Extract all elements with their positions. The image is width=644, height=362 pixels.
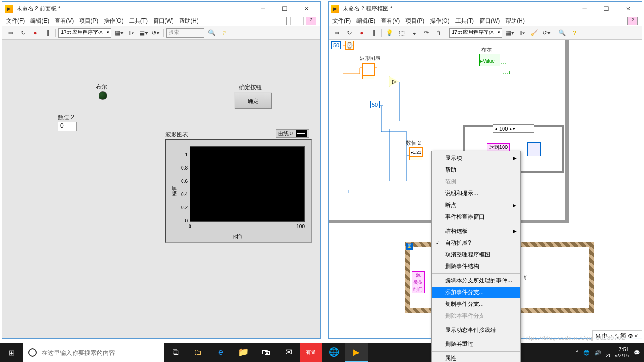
context-menu-item[interactable]: 添加事件分支... xyxy=(432,287,520,298)
chart-terminal[interactable] xyxy=(362,63,375,76)
fp-search[interactable]: 搜索 xyxy=(166,28,204,38)
abort-button[interactable]: ● xyxy=(357,28,366,38)
vi-icon[interactable]: 2 xyxy=(627,17,638,25)
bd-menubar[interactable]: 文件(F) 编辑(E) 查看(V) 项目(P) 操作(O) 工具(T) 窗口(W… xyxy=(329,16,642,26)
maximize-button[interactable]: ☐ xyxy=(274,2,296,16)
close-button[interactable]: ✕ xyxy=(617,2,639,16)
tray-up-icon[interactable]: ˄ xyxy=(576,350,578,356)
align-button[interactable]: ▦▾ xyxy=(505,28,514,38)
explorer-icon[interactable]: 🗂 xyxy=(187,343,209,362)
minimize-button[interactable]: ─ xyxy=(574,2,595,16)
menu-operate[interactable]: 操作(O) xyxy=(104,17,123,25)
labview-taskbar-icon[interactable]: ▶ xyxy=(345,343,368,362)
close-button[interactable]: ✕ xyxy=(296,2,317,16)
pause-button[interactable]: ‖ xyxy=(369,28,379,38)
value-property[interactable]: ▸Value xyxy=(479,58,495,64)
pause-button[interactable]: ‖ xyxy=(43,28,52,38)
context-menu[interactable]: 显示项▶帮助范例说明和提示...断点▶事件检查器窗口结构选板▶自动扩展?✓取消整… xyxy=(431,151,521,362)
event-data-node[interactable]: 源 类型 时间 xyxy=(412,272,425,293)
bool-led[interactable] xyxy=(99,91,107,100)
notifications-icon[interactable]: 💬 xyxy=(634,350,640,356)
menu-window[interactable]: 窗口(W) xyxy=(153,17,173,25)
menu-file[interactable]: 文件(F) xyxy=(332,17,351,25)
font-selector[interactable]: 17pt 应用程序字体 xyxy=(58,28,111,38)
step-into-icon[interactable]: ↳ xyxy=(409,28,419,38)
run-button[interactable]: ⇨ xyxy=(6,28,16,38)
start-button[interactable]: ⊞ xyxy=(0,343,23,362)
tray-date[interactable]: 2019/2/16 xyxy=(606,353,629,359)
resize-button[interactable]: ⬓▾ xyxy=(139,28,148,38)
context-menu-item[interactable]: 帮助 xyxy=(432,164,520,176)
tray-time[interactable]: 7:51 xyxy=(606,346,629,353)
align-button[interactable]: ▦▾ xyxy=(114,28,124,38)
youdao-icon[interactable]: 有道 xyxy=(300,343,322,362)
minimize-button[interactable]: ─ xyxy=(252,2,274,16)
context-menu-item[interactable]: 删除事件结构 xyxy=(432,261,520,272)
help-icon[interactable]: ? xyxy=(570,28,579,38)
mail-icon[interactable]: ✉ xyxy=(277,343,300,362)
menu-tools[interactable]: 工具(T) xyxy=(129,17,148,25)
context-menu-item[interactable]: 自动扩展?✓ xyxy=(432,237,520,249)
menu-window[interactable]: 窗口(W) xyxy=(479,17,500,25)
tray-volume-icon[interactable]: 🔊 xyxy=(594,350,601,356)
font-selector[interactable]: 17pt 应用程序字体 xyxy=(449,28,502,38)
menu-view[interactable]: 查看(V) xyxy=(381,17,400,25)
menu-tools[interactable]: 工具(T) xyxy=(455,17,474,25)
menu-edit[interactable]: 编辑(E) xyxy=(356,17,375,25)
menu-project[interactable]: 项目(P) xyxy=(79,17,98,25)
edge-icon[interactable]: e xyxy=(209,343,232,362)
menu-operate[interactable]: 操作(O) xyxy=(430,17,449,25)
dialog-node[interactable] xyxy=(527,142,541,156)
run-continuous-button[interactable]: ↻ xyxy=(345,28,354,38)
menu-project[interactable]: 项目(P) xyxy=(405,17,424,25)
search-icon[interactable]: 🔍 xyxy=(207,28,216,38)
context-menu-item[interactable]: 事件检查器窗口 xyxy=(432,211,520,223)
chart-legend[interactable]: 曲线 0 xyxy=(276,129,309,138)
ime-item[interactable]: ⁿ˙ xyxy=(635,333,639,339)
vi-icon[interactable]: 2 xyxy=(306,17,316,25)
const-50[interactable]: 50 xyxy=(331,41,341,49)
cleanup-button[interactable]: 🧹 xyxy=(529,28,539,38)
context-menu-item[interactable]: 属性 xyxy=(432,353,520,362)
distribute-button[interactable]: ⫴▾ xyxy=(517,28,527,38)
highlight-exec-icon[interactable]: 💡 xyxy=(385,28,394,38)
waveform-chart[interactable]: 曲线 0 幅值 时间 0 0.2 0.4 0.6 0.8 1 0 100 xyxy=(165,139,312,243)
wait-ms-icon[interactable]: ⌚ xyxy=(345,41,354,50)
step-over-icon[interactable]: ↷ xyxy=(421,28,431,38)
menu-file[interactable]: 文件(F) xyxy=(6,17,25,25)
retain-wire-icon[interactable]: ⬚ xyxy=(397,28,406,38)
fp-menubar[interactable]: 文件(F) 编辑(E) 查看(V) 项目(P) 操作(O) 工具(T) 窗口(W… xyxy=(2,16,320,26)
context-menu-item[interactable]: 说明和提示... xyxy=(432,188,520,199)
event-timeout-icon[interactable]: ⌛ xyxy=(406,243,413,250)
context-menu-item[interactable]: 取消整理程序框图 xyxy=(432,249,520,261)
context-menu-item[interactable]: 复制事件分支... xyxy=(432,298,520,310)
context-menu-item[interactable]: 结构选板▶ xyxy=(432,225,520,237)
context-menu-item[interactable]: 删除并重连 xyxy=(432,338,520,350)
taskbar[interactable]: ⊞ ⧉ 🗂 e 📁 🛍 ✉ 有道 🌐 ▶ ˄ 🌐 🔊 7:51 2019/2/1… xyxy=(0,343,644,362)
maximize-button[interactable]: ☐ xyxy=(595,2,617,16)
reorder-button[interactable]: ↺▾ xyxy=(542,28,551,38)
store-icon[interactable]: 🛍 xyxy=(255,343,277,362)
distribute-button[interactable]: ⫴▾ xyxy=(126,28,136,38)
tray-network-icon[interactable]: 🌐 xyxy=(583,350,590,356)
help-icon[interactable]: ? xyxy=(219,28,229,38)
task-view-icon[interactable]: ⧉ xyxy=(164,343,187,362)
reorder-button[interactable]: ↺▾ xyxy=(151,28,160,38)
alignment-grid-icon[interactable] xyxy=(286,17,305,25)
run-continuous-button[interactable]: ↻ xyxy=(18,28,28,38)
folder-icon[interactable]: 📁 xyxy=(232,343,255,362)
menu-help[interactable]: 帮助(H) xyxy=(179,17,198,25)
context-menu-item[interactable]: 断点▶ xyxy=(432,199,520,211)
iteration-terminal[interactable]: i xyxy=(345,187,353,195)
menu-help[interactable]: 帮助(H) xyxy=(505,17,525,25)
chrome-icon[interactable]: 🌐 xyxy=(322,343,345,362)
taskbar-search[interactable] xyxy=(23,343,164,362)
run-button[interactable]: ⇨ xyxy=(332,28,342,38)
case-selector[interactable]: 100 xyxy=(493,124,534,133)
false-const[interactable]: F xyxy=(507,70,513,76)
menu-view[interactable]: 查看(V) xyxy=(55,17,74,25)
taskbar-search-input[interactable] xyxy=(41,349,158,356)
search-icon[interactable]: 🔍 xyxy=(557,28,567,38)
abort-button[interactable]: ● xyxy=(31,28,40,38)
const-50b[interactable]: 50 xyxy=(370,101,380,108)
